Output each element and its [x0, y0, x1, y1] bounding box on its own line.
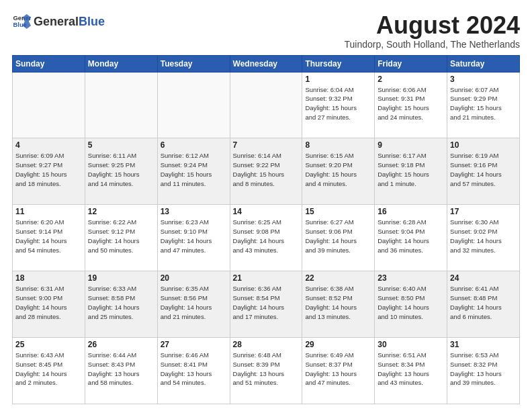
day-info: Sunrise: 6:20 AM Sunset: 9:14 PM Dayligh… [15, 218, 82, 255]
table-row: 7Sunrise: 6:14 AM Sunset: 9:22 PM Daylig… [230, 138, 302, 205]
day-info: Sunrise: 6:38 AM Sunset: 8:52 PM Dayligh… [305, 284, 371, 321]
day-number: 11 [15, 207, 82, 216]
day-number: 28 [233, 340, 300, 349]
day-number: 7 [233, 140, 300, 150]
col-sunday: Sunday [13, 55, 85, 72]
day-number: 16 [378, 207, 444, 216]
day-info: Sunrise: 6:12 AM Sunset: 9:24 PM Dayligh… [161, 151, 227, 188]
day-number: 30 [378, 340, 444, 349]
table-row: 16Sunrise: 6:28 AM Sunset: 9:04 PM Dayli… [375, 205, 447, 271]
day-info: Sunrise: 6:06 AM Sunset: 9:31 PM Dayligh… [378, 85, 444, 122]
table-row: 24Sunrise: 6:41 AM Sunset: 8:48 PM Dayli… [447, 271, 520, 338]
table-row: 30Sunrise: 6:51 AM Sunset: 8:34 PM Dayli… [375, 338, 447, 404]
table-row: 15Sunrise: 6:27 AM Sunset: 9:06 PM Dayli… [302, 205, 375, 271]
location: Tuindorp, South Holland, The Netherlands [345, 39, 521, 50]
day-number: 8 [305, 140, 371, 150]
day-info: Sunrise: 6:41 AM Sunset: 8:48 PM Dayligh… [450, 284, 517, 321]
table-row: 31Sunrise: 6:53 AM Sunset: 8:32 PM Dayli… [447, 338, 520, 404]
calendar-week-2: 4Sunrise: 6:09 AM Sunset: 9:27 PM Daylig… [13, 138, 520, 205]
table-row: 13Sunrise: 6:23 AM Sunset: 9:10 PM Dayli… [157, 205, 230, 271]
day-info: Sunrise: 6:43 AM Sunset: 8:45 PM Dayligh… [15, 351, 82, 387]
day-number: 19 [88, 273, 154, 283]
table-row: 11Sunrise: 6:20 AM Sunset: 9:14 PM Dayli… [13, 205, 85, 271]
table-row: 21Sunrise: 6:36 AM Sunset: 8:54 PM Dayli… [230, 271, 302, 338]
day-number: 14 [233, 207, 300, 216]
day-info: Sunrise: 6:51 AM Sunset: 8:34 PM Dayligh… [378, 351, 444, 387]
day-info: Sunrise: 6:40 AM Sunset: 8:50 PM Dayligh… [378, 284, 444, 321]
day-number: 12 [88, 207, 154, 216]
table-row: 2Sunrise: 6:06 AM Sunset: 9:31 PM Daylig… [375, 72, 447, 138]
day-number: 9 [378, 140, 444, 150]
day-number: 21 [233, 273, 300, 283]
col-wednesday: Wednesday [230, 55, 302, 72]
day-info: Sunrise: 6:28 AM Sunset: 9:04 PM Dayligh… [378, 218, 444, 255]
day-info: Sunrise: 6:53 AM Sunset: 8:32 PM Dayligh… [450, 351, 517, 387]
day-number: 26 [88, 340, 154, 349]
day-number: 27 [161, 340, 227, 349]
table-row: 20Sunrise: 6:35 AM Sunset: 8:56 PM Dayli… [157, 271, 230, 338]
month-title: August 2024 [345, 12, 521, 39]
calendar-week-3: 11Sunrise: 6:20 AM Sunset: 9:14 PM Dayli… [13, 205, 520, 271]
day-info: Sunrise: 6:44 AM Sunset: 8:43 PM Dayligh… [88, 351, 154, 387]
day-number: 24 [450, 273, 517, 283]
logo-general-text: General [34, 15, 79, 28]
day-info: Sunrise: 6:46 AM Sunset: 8:41 PM Dayligh… [161, 351, 227, 387]
day-info: Sunrise: 6:27 AM Sunset: 9:06 PM Dayligh… [305, 218, 371, 255]
table-row: 23Sunrise: 6:40 AM Sunset: 8:50 PM Dayli… [375, 271, 447, 338]
day-number: 10 [450, 140, 517, 150]
col-thursday: Thursday [302, 55, 375, 72]
table-row: 28Sunrise: 6:48 AM Sunset: 8:39 PM Dayli… [230, 338, 302, 404]
table-row: 8Sunrise: 6:15 AM Sunset: 9:20 PM Daylig… [302, 138, 375, 205]
table-row: 5Sunrise: 6:11 AM Sunset: 9:25 PM Daylig… [85, 138, 157, 205]
day-number: 31 [450, 340, 517, 349]
day-number: 5 [88, 140, 154, 150]
table-row: 25Sunrise: 6:43 AM Sunset: 8:45 PM Dayli… [13, 338, 85, 404]
calendar-week-5: 25Sunrise: 6:43 AM Sunset: 8:45 PM Dayli… [13, 338, 520, 404]
day-info: Sunrise: 6:30 AM Sunset: 9:02 PM Dayligh… [450, 218, 517, 255]
day-number: 18 [15, 273, 82, 283]
day-info: Sunrise: 6:17 AM Sunset: 9:18 PM Dayligh… [378, 151, 444, 188]
col-friday: Friday [375, 55, 447, 72]
calendar-table: Sunday Monday Tuesday Wednesday Thursday… [12, 55, 520, 404]
day-info: Sunrise: 6:04 AM Sunset: 9:32 PM Dayligh… [305, 85, 371, 122]
table-row [85, 72, 157, 138]
day-info: Sunrise: 6:36 AM Sunset: 8:54 PM Dayligh… [233, 284, 300, 321]
table-row: 29Sunrise: 6:49 AM Sunset: 8:37 PM Dayli… [302, 338, 375, 404]
day-number: 4 [15, 140, 82, 150]
calendar-week-1: 1Sunrise: 6:04 AM Sunset: 9:32 PM Daylig… [13, 72, 520, 138]
day-number: 23 [378, 273, 444, 283]
table-row: 9Sunrise: 6:17 AM Sunset: 9:18 PM Daylig… [375, 138, 447, 205]
table-row: 6Sunrise: 6:12 AM Sunset: 9:24 PM Daylig… [157, 138, 230, 205]
col-tuesday: Tuesday [157, 55, 230, 72]
day-number: 22 [305, 273, 371, 283]
col-saturday: Saturday [447, 55, 520, 72]
day-info: Sunrise: 6:33 AM Sunset: 8:58 PM Dayligh… [88, 284, 154, 321]
day-number: 6 [161, 140, 227, 150]
table-row: 22Sunrise: 6:38 AM Sunset: 8:52 PM Dayli… [302, 271, 375, 338]
day-info: Sunrise: 6:09 AM Sunset: 9:27 PM Dayligh… [15, 151, 82, 188]
table-row: 14Sunrise: 6:25 AM Sunset: 9:08 PM Dayli… [230, 205, 302, 271]
table-row: 12Sunrise: 6:22 AM Sunset: 9:12 PM Dayli… [85, 205, 157, 271]
day-number: 15 [305, 207, 371, 216]
table-row: 10Sunrise: 6:19 AM Sunset: 9:16 PM Dayli… [447, 138, 520, 205]
table-row: 17Sunrise: 6:30 AM Sunset: 9:02 PM Dayli… [447, 205, 520, 271]
day-info: Sunrise: 6:48 AM Sunset: 8:39 PM Dayligh… [233, 351, 300, 387]
day-info: Sunrise: 6:35 AM Sunset: 8:56 PM Dayligh… [161, 284, 227, 321]
table-row: 18Sunrise: 6:31 AM Sunset: 9:00 PM Dayli… [13, 271, 85, 338]
day-number: 29 [305, 340, 371, 349]
logo-blue-text: Blue [79, 15, 105, 28]
day-info: Sunrise: 6:07 AM Sunset: 9:29 PM Dayligh… [450, 85, 517, 122]
table-row: 1Sunrise: 6:04 AM Sunset: 9:32 PM Daylig… [302, 72, 375, 138]
table-row: 27Sunrise: 6:46 AM Sunset: 8:41 PM Dayli… [157, 338, 230, 404]
calendar-week-4: 18Sunrise: 6:31 AM Sunset: 9:00 PM Dayli… [13, 271, 520, 338]
table-row [13, 72, 85, 138]
day-number: 1 [305, 75, 371, 84]
table-row [157, 72, 230, 138]
day-info: Sunrise: 6:14 AM Sunset: 9:22 PM Dayligh… [233, 151, 300, 188]
table-row: 4Sunrise: 6:09 AM Sunset: 9:27 PM Daylig… [13, 138, 85, 205]
day-info: Sunrise: 6:49 AM Sunset: 8:37 PM Dayligh… [305, 351, 371, 387]
table-row: 3Sunrise: 6:07 AM Sunset: 9:29 PM Daylig… [447, 72, 520, 138]
day-number: 25 [15, 340, 82, 349]
day-info: Sunrise: 6:31 AM Sunset: 9:00 PM Dayligh… [15, 284, 82, 321]
day-number: 17 [450, 207, 517, 216]
